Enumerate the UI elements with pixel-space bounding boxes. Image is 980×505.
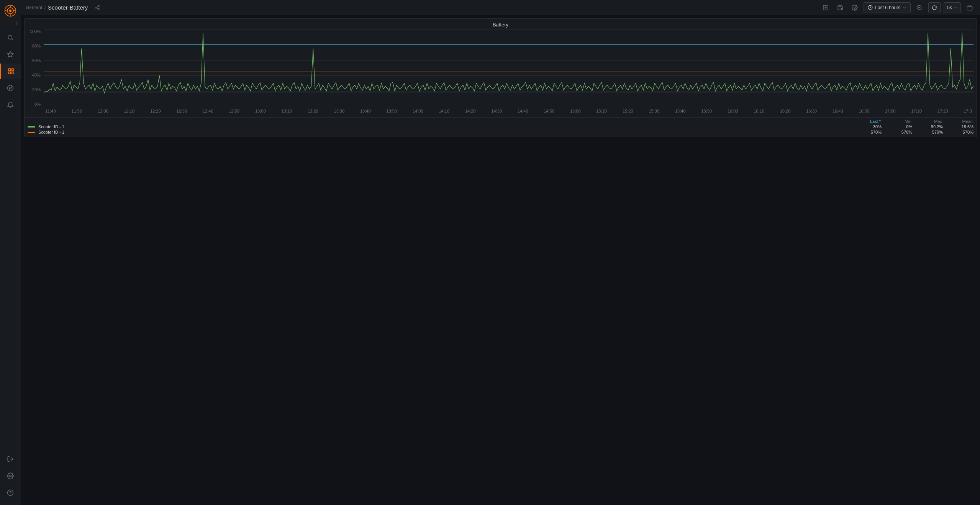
refresh-interval-label: 5s <box>947 5 952 10</box>
header-actions: Last 6 hours <box>820 2 975 13</box>
sidebar-item-settings[interactable] <box>3 468 18 484</box>
svg-line-24 <box>97 6 98 7</box>
y-axis-20: 20% <box>32 87 41 92</box>
svg-rect-10 <box>8 69 10 70</box>
svg-marker-9 <box>8 52 13 57</box>
grafana-logo[interactable] <box>3 3 18 18</box>
refresh-interval-chevron-icon <box>954 6 957 10</box>
legend-values-2: 570% 570% 570% 570% <box>859 130 973 134</box>
breadcrumb-separator: / <box>44 5 46 10</box>
legend-val-min-1: 0% <box>889 124 912 129</box>
tv-mode-button[interactable] <box>964 2 975 13</box>
breadcrumb: General / Scooter-Battery <box>26 2 817 13</box>
x-label-1550: 15:50 <box>701 109 712 113</box>
chart-area[interactable] <box>44 29 973 106</box>
dashboard-settings-button[interactable] <box>849 2 860 13</box>
legend-val-mean-1: 19.6% <box>951 124 973 129</box>
y-axis-60: 60% <box>32 58 41 63</box>
legend-val-mean-2: 570% <box>951 130 973 134</box>
legend-label-1: Scooter ID - 1 <box>38 124 855 129</box>
x-label-1300: 13:00 <box>255 109 266 113</box>
time-range-picker[interactable]: Last 6 hours <box>864 2 911 13</box>
svg-point-22 <box>98 8 100 10</box>
x-label-1250: 12:50 <box>229 109 240 113</box>
legend-row-2[interactable]: Scooter ID - 1 570% 570% 570% 570% <box>28 130 973 134</box>
x-label-1420: 14:20 <box>465 109 476 113</box>
sidebar-item-dashboards[interactable] <box>0 64 21 79</box>
x-label-1240: 12:40 <box>203 109 213 113</box>
chart-container: 100% 80% 60% 40% 20% 0% <box>28 29 973 116</box>
dashboard: Battery 100% 80% 60% 40% 20% 0% <box>21 15 980 505</box>
sidebar-bottom <box>3 451 18 505</box>
breadcrumb-current: Scooter-Battery <box>48 4 88 11</box>
legend-val-max-2: 570% <box>920 130 943 134</box>
x-label-1320: 13:20 <box>308 109 318 113</box>
x-label-1640: 16:40 <box>833 109 843 113</box>
legend-line-1 <box>28 126 35 127</box>
x-label-1210: 12:10 <box>124 109 135 113</box>
main-content: General / Scooter-Battery <box>21 0 980 505</box>
x-axis: 11:40 11:50 12:00 12:10 12:20 12:30 12:4… <box>44 106 973 116</box>
battery-panel: Battery 100% 80% 60% 40% 20% 0% <box>24 18 977 137</box>
y-axis-0: 0% <box>34 102 41 106</box>
svg-marker-15 <box>9 87 11 89</box>
x-label-1510: 15:10 <box>597 109 607 113</box>
share-button[interactable] <box>92 2 103 13</box>
legend-col-max: Max <box>919 119 942 124</box>
x-label-1540: 15:40 <box>675 109 686 113</box>
svg-point-21 <box>95 7 97 8</box>
legend-col-min: Min <box>888 119 911 124</box>
sidebar-item-explore[interactable] <box>3 80 18 96</box>
y-axis-100: 100% <box>30 29 41 34</box>
sidebar-item-alerting[interactable] <box>3 97 18 113</box>
chevron-down-icon <box>903 6 906 10</box>
x-label-1530: 15:30 <box>649 109 660 113</box>
x-label-1500: 15:00 <box>570 109 581 113</box>
x-label-1710: 17:10 <box>911 109 922 113</box>
save-dashboard-button[interactable] <box>834 2 846 13</box>
refresh-button[interactable] <box>928 2 941 13</box>
legend-val-last-2: 570% <box>859 130 882 134</box>
panel-content: 100% 80% 60% 40% 20% 0% <box>25 29 977 117</box>
panel-legend: Last * Min Max Mean Scooter ID - 1 30% 0… <box>25 117 977 137</box>
legend-val-min-2: 570% <box>889 130 912 134</box>
x-label-1220: 12:20 <box>150 109 161 113</box>
x-label-1140: 11:40 <box>45 109 56 113</box>
svg-point-28 <box>854 7 855 8</box>
x-label-1400: 14:00 <box>413 109 423 113</box>
legend-row-1[interactable]: Scooter ID - 1 30% 0% 99.2% 19.6% <box>28 124 973 129</box>
time-range-label: Last 6 hours <box>875 5 900 10</box>
legend-label-2: Scooter ID - 1 <box>38 130 855 134</box>
add-panel-button[interactable] <box>820 2 831 13</box>
svg-line-23 <box>97 8 98 8</box>
sidebar-item-starred[interactable] <box>3 47 18 62</box>
sidebar-item-help[interactable] <box>3 485 18 500</box>
sidebar-nav <box>0 30 21 451</box>
svg-line-8 <box>11 39 13 40</box>
x-label-1520: 15:20 <box>623 109 633 113</box>
x-label-1610: 16:10 <box>754 109 765 113</box>
svg-rect-33 <box>967 6 972 10</box>
svg-point-2 <box>9 10 11 12</box>
x-label-1600: 16:00 <box>728 109 738 113</box>
y-axis: 100% 80% 60% 40% 20% 0% <box>28 29 43 106</box>
legend-col-mean: Mean <box>950 119 973 124</box>
y-axis-40: 40% <box>32 73 41 77</box>
svg-rect-11 <box>11 69 13 70</box>
svg-point-17 <box>10 475 11 477</box>
zoom-out-button[interactable] <box>914 2 925 13</box>
refresh-interval-button[interactable]: 5s <box>944 2 961 13</box>
sidebar-item-signout[interactable] <box>3 451 18 467</box>
legend-val-max-1: 99.2% <box>920 124 943 129</box>
header: General / Scooter-Battery <box>21 0 980 15</box>
chart-svg <box>44 29 973 106</box>
x-label-1340: 13:40 <box>360 109 371 113</box>
x-label-1450: 14:50 <box>544 109 555 113</box>
sidebar-toggle[interactable]: › <box>0 20 21 26</box>
x-label-1230: 12:30 <box>177 109 187 113</box>
legend-val-last-1: 30% <box>859 124 882 129</box>
panel-title: Battery <box>25 19 977 29</box>
breadcrumb-home[interactable]: General <box>26 5 42 10</box>
sidebar-item-search[interactable] <box>3 30 18 45</box>
x-label-173: 17:3 <box>964 109 972 113</box>
